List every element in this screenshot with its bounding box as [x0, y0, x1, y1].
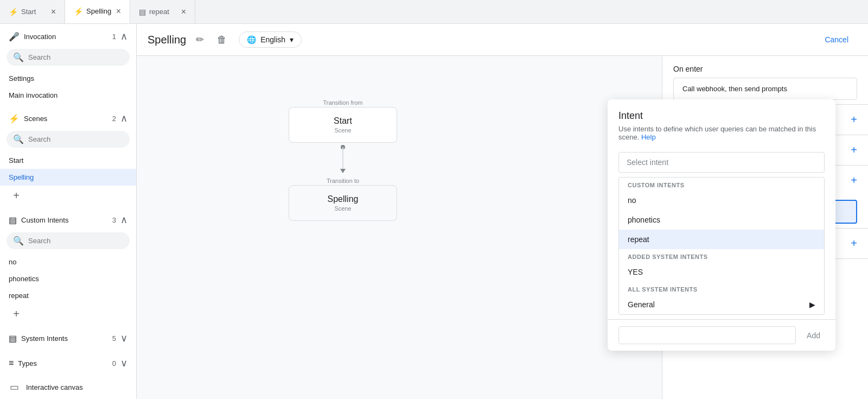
sidebar-item-spelling[interactable]: Spelling — [0, 169, 136, 186]
intent-phonetics-label: phonetics — [9, 275, 39, 283]
custom-intents-toggle-icon: ∧ — [120, 214, 127, 226]
sidebar-item-settings[interactable]: Settings — [0, 70, 136, 87]
intent-option-phonetics[interactable]: phonetics — [619, 210, 824, 230]
language-label: English — [260, 35, 285, 44]
search-icon-scenes: 🔍 — [13, 134, 24, 144]
globe-icon: 🌐 — [247, 35, 256, 44]
invocation-toggle-icon: ∧ — [120, 30, 127, 42]
add-scene-button[interactable]: + — [9, 188, 24, 203]
sidebar-custom-intents-header[interactable]: ▤ Custom Intents 3 ∧ — [0, 210, 136, 230]
chevron-down-icon: ▾ — [290, 35, 293, 44]
add-custom-intent-button[interactable]: + — [9, 306, 24, 321]
intent-option-phonetics-label: phonetics — [628, 216, 660, 224]
tab-repeat-label: repeat — [149, 8, 169, 16]
search-input-custom-intents[interactable] — [28, 237, 123, 245]
sidebar: 🎤 Invocation 1 ∧ 🔍 Settings Main invocat… — [0, 24, 137, 399]
sidebar-scenes-label: Scenes — [24, 115, 47, 123]
intent-panel-description: Use intents to define which user queries… — [618, 125, 825, 141]
custom-intents-count: 3 — [112, 216, 116, 224]
interactive-canvas-icon: ▭ — [9, 381, 20, 393]
cancel-button[interactable]: Cancel — [816, 31, 857, 48]
custom-intents-group-label: CUSTOM INTENTS — [619, 178, 824, 191]
invocation-icon: 🎤 — [9, 31, 20, 42]
tab-spelling-close[interactable]: × — [116, 7, 121, 16]
toolbar-title: Spelling — [148, 34, 186, 46]
tab-spelling[interactable]: ⚡ Spelling × — [65, 0, 130, 23]
sidebar-nav-section: ▭ Interactive canvas ⚙ Webhook 🎨 Theme c… — [0, 376, 136, 399]
intent-help-link[interactable]: Help — [641, 133, 656, 141]
system-intents-toggle-icon: ∨ — [120, 332, 127, 344]
intent-overlay: Intent Use intents to define which user … — [137, 56, 868, 399]
sidebar-section-types: ≡ Types 0 ∨ — [0, 351, 136, 376]
scene-start-label: Start — [9, 156, 23, 164]
content-area: Spelling ✏ 🗑 🌐 English ▾ Cancel Transiti… — [137, 24, 868, 399]
sidebar-section-invocation: 🎤 Invocation 1 ∧ 🔍 Settings Main invocat… — [0, 24, 136, 106]
intent-no-label: no — [9, 258, 16, 266]
sidebar-types-header[interactable]: ≡ Types 0 ∨ — [0, 353, 136, 373]
sidebar-item-start[interactable]: Start — [0, 152, 136, 169]
intent-option-no-label: no — [628, 196, 636, 205]
tab-start-close[interactable]: × — [51, 8, 56, 16]
sidebar-item-no[interactable]: no — [0, 254, 136, 270]
custom-intents-search[interactable]: 🔍 — [7, 232, 130, 249]
system-intents-group-label: ADDED SYSTEM INTENTS — [619, 249, 824, 262]
sidebar-item-main-invocation[interactable]: Main invocation — [0, 87, 136, 104]
tab-spelling-label: Spelling — [86, 7, 111, 15]
intent-option-repeat[interactable]: repeat — [619, 230, 824, 249]
sidebar-invocation-header[interactable]: 🎤 Invocation 1 ∧ — [0, 26, 136, 47]
search-icon-invocation: 🔍 — [13, 52, 24, 62]
sidebar-item-interactive-canvas[interactable]: ▭ Interactive canvas — [0, 376, 136, 398]
search-icon-custom-intents: 🔍 — [13, 236, 24, 246]
scene-spelling-label: Spelling — [9, 173, 34, 181]
edit-button[interactable]: ✏ — [193, 30, 207, 49]
intent-select-placeholder: Select intent — [627, 158, 668, 167]
sidebar-section-scenes: ⚡ Scenes 2 ∧ 🔍 Start Spelling + — [0, 106, 136, 207]
new-intent-input[interactable] — [618, 326, 796, 344]
sidebar-system-intents-header[interactable]: ▤ System Intents 5 ∨ — [0, 328, 136, 349]
intent-select-box[interactable]: Select intent — [618, 152, 825, 173]
sidebar-item-phonetics[interactable]: phonetics — [0, 270, 136, 287]
sidebar-section-custom-intents: ▤ Custom Intents 3 ∧ 🔍 no phonetics repe… — [0, 207, 136, 326]
tab-repeat[interactable]: ▤ repeat × — [130, 0, 195, 23]
scenes-toggle-icon: ∧ — [120, 112, 127, 124]
interactive-canvas-label: Interactive canvas — [26, 383, 83, 391]
language-selector[interactable]: 🌐 English ▾ — [239, 31, 302, 48]
intent-option-no[interactable]: no — [619, 191, 824, 210]
custom-intents-icon: ▤ — [9, 215, 17, 225]
intent-option-general[interactable]: General ▶ — [619, 295, 824, 314]
sidebar-section-system-intents: ▤ System Intents 5 ∨ — [0, 326, 136, 351]
scenes-icon: ⚡ — [9, 113, 20, 124]
tab-start[interactable]: ⚡ Start × — [0, 0, 65, 23]
types-count: 0 — [112, 359, 116, 368]
search-input-scenes[interactable] — [28, 135, 123, 143]
intent-icon-repeat: ▤ — [139, 8, 146, 16]
system-intents-icon: ▤ — [9, 333, 17, 344]
types-icon: ≡ — [9, 358, 14, 368]
intent-panel-footer: Add — [608, 319, 835, 351]
scenes-count: 2 — [112, 115, 116, 123]
tab-repeat-close[interactable]: × — [181, 8, 186, 16]
intent-option-general-row: General ▶ — [628, 300, 815, 309]
sidebar-types-label: Types — [18, 359, 37, 368]
intent-panel-header: Intent Use intents to define which user … — [608, 99, 835, 143]
intent-add-button[interactable]: Add — [802, 327, 825, 344]
intent-option-general-label: General — [628, 300, 655, 309]
tab-start-label: Start — [21, 8, 36, 16]
intent-option-yes[interactable]: YES — [619, 262, 824, 282]
all-system-intents-group-label: ALL SYSTEM INTENTS — [619, 282, 824, 295]
intent-option-repeat-label: repeat — [628, 235, 649, 244]
invocation-count: 1 — [112, 33, 116, 41]
sidebar-scenes-header[interactable]: ⚡ Scenes 2 ∧ — [0, 108, 136, 129]
search-input-invocation[interactable] — [28, 53, 123, 61]
sidebar-item-repeat[interactable]: repeat — [0, 287, 136, 304]
settings-label: Settings — [9, 74, 34, 83]
sidebar-custom-intents-label: Custom Intents — [21, 216, 68, 224]
tab-bar: ⚡ Start × ⚡ Spelling × ▤ repeat × — [0, 0, 868, 24]
invocation-search[interactable]: 🔍 — [7, 49, 130, 66]
intent-option-yes-label: YES — [628, 268, 643, 276]
types-toggle-icon: ∨ — [120, 357, 127, 369]
scenes-search[interactable]: 🔍 — [7, 131, 130, 148]
delete-button[interactable]: 🗑 — [214, 31, 230, 49]
system-intents-count: 5 — [112, 334, 116, 343]
intent-panel-title: Intent — [618, 110, 825, 122]
